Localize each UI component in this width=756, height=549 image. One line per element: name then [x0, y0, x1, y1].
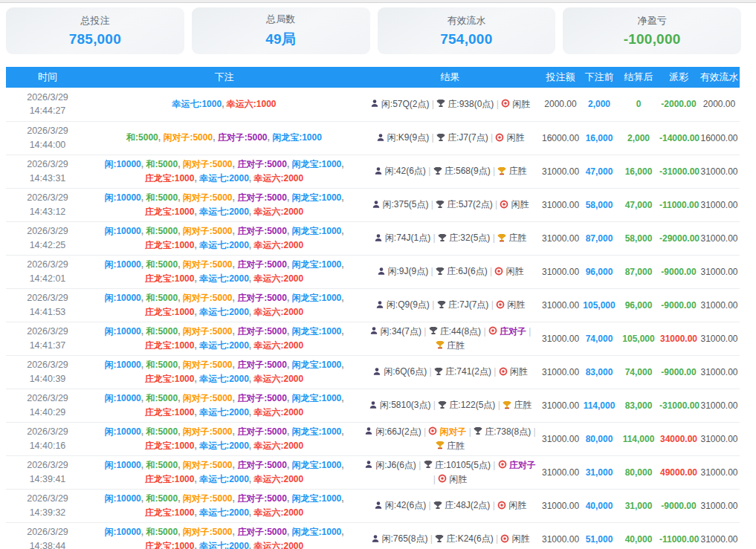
bet-item: 闲对子:5000 [183, 226, 233, 236]
result-separator: | [427, 366, 434, 377]
bet-item: 闲:10000 [104, 226, 140, 236]
result-text: 闲:J6(6点) [375, 460, 416, 470]
bet-separator: , [249, 507, 254, 518]
bet-item: 幸运六:2000 [254, 307, 304, 317]
bets-cell: 闲:10000, 和:5000, 闲对子:5000, 庄对子:5000, 闲龙宝… [89, 389, 359, 422]
payout-cell: -31000.00 [659, 389, 699, 422]
result-cell: 闲:57Q(2点) | 庄:938(0点) | 闲胜 [359, 88, 541, 121]
after-settle-cell: 105,000 [618, 322, 659, 355]
after-settle-cell: 80,000 [618, 455, 659, 489]
result-text: 庄:J7(7点) [448, 132, 488, 143]
player-icon [370, 99, 379, 108]
result-separator: | [428, 266, 436, 276]
bet-separator: , [341, 159, 343, 169]
bets-cell: 和:5000, 闲对子:5000, 庄对子:5000, 闲龙宝:1000 [89, 121, 359, 155]
time-cell: 2026/3/2914:40:39 [6, 355, 89, 389]
turnover-cell: 16000.00 [699, 121, 740, 155]
win-target-icon [494, 267, 503, 276]
result-cell: 闲:Q9(9点) | 庄:7J(7点) | 闲胜 [359, 288, 541, 322]
result-segment: 闲:9J(9点) [377, 266, 429, 276]
result-text: 闲胜 [510, 366, 528, 377]
result-cell: 闲:765(8点) | 庄:K24(6点) | 闲胜 [359, 522, 541, 549]
bet-separator: , [249, 240, 254, 250]
win-target-icon [488, 326, 497, 335]
win-target-icon [497, 501, 506, 510]
bet-item: 幸运七:2000 [199, 240, 249, 250]
bet-amount-cell: 31000.00 [541, 288, 580, 322]
result-text: 闲胜 [512, 99, 530, 109]
bet-separator: , [287, 259, 292, 270]
time-cell: 2026/3/2914:40:29 [6, 389, 89, 422]
result-text: 庄胜 [514, 400, 532, 410]
payout-cell: 49000.00 [659, 455, 699, 489]
time-cell: 2026/3/2914:39:41 [6, 455, 89, 489]
table-row: 2026/3/2914:40:29闲:10000, 和:5000, 闲对子:50… [6, 389, 740, 422]
result-separator: | [493, 199, 500, 209]
after-settle-cell: 0 [618, 88, 659, 121]
after-settle-cell: 16,000 [618, 155, 659, 188]
banker-icon [438, 400, 447, 409]
result-cell: 闲:42(6点) | 庄:48J(2点) | 闲胜 [359, 489, 541, 522]
bet-item: 闲:10000 [104, 360, 140, 370]
result-segment: 闲:5810(3点) [369, 400, 431, 410]
summary-card-value: 49局 [265, 30, 296, 49]
player-icon [364, 426, 373, 435]
bet-separator: , [287, 460, 292, 470]
result-text: 庄:K24(6点) [446, 533, 493, 544]
result-text: 庄:122(5点) [449, 400, 495, 410]
bet-item: 幸运六:1000 [227, 99, 277, 109]
time-cell: 2026/3/2914:41:37 [6, 322, 89, 355]
bet-item: 庄龙宝:1000 [145, 340, 195, 351]
turnover-cell: 31000.00 [699, 355, 740, 389]
result-segment: 闲胜 [495, 132, 524, 143]
after-settle-cell: 87,000 [618, 255, 659, 288]
before-bet-cell: 2,000 [580, 88, 618, 121]
bet-item: 闲对子:5000 [183, 493, 233, 504]
bet-item: 闲:10000 [104, 493, 140, 504]
bet-item: 闲龙宝:1000 [292, 326, 342, 337]
bet-separator: , [178, 426, 183, 437]
time-cell: 2026/3/2914:44:27 [6, 88, 89, 121]
bet-item: 闲龙宝:1000 [292, 192, 342, 203]
bet-item: 闲对子:5000 [183, 527, 233, 537]
bets-cell: 闲:10000, 和:5000, 闲对子:5000, 庄对子:5000, 闲龙宝… [89, 188, 359, 221]
bet-separator: , [178, 527, 183, 537]
player-icon [372, 367, 381, 376]
before-bet-cell: 74,000 [580, 322, 618, 355]
result-text: 庄:10105(5点) [435, 460, 491, 470]
summary-card-total-rounds: 总局数 49局 [192, 7, 370, 54]
player-icon [372, 200, 381, 209]
result-text: 闲胜 [507, 299, 525, 310]
result-cell: 闲:9J(9点) | 庄:6J(6点) | 闲胜 [359, 255, 541, 288]
result-cell: 闲:66J(2点) | 闲对子 | 庄:738(8点) | 庄胜 [359, 422, 541, 455]
payout-cell: -11000.00 [659, 522, 699, 549]
bet-item: 幸运七:2000 [199, 307, 249, 317]
bet-item: 幸运六:2000 [254, 240, 304, 250]
result-segment: 庄:938(0点) [436, 99, 494, 109]
result-segment: 庄胜 [436, 441, 465, 451]
after-settle-cell: 47,000 [618, 188, 659, 221]
bet-item: 和:5000 [146, 326, 178, 337]
win-target-icon [495, 133, 504, 142]
bets-cell: 闲:10000, 和:5000, 闲对子:5000, 庄对子:5000, 闲龙宝… [89, 489, 359, 522]
bet-item: 幸运六:2000 [254, 541, 304, 549]
header-bet-amount: 投注额 [541, 67, 580, 88]
bet-separator: , [178, 460, 183, 470]
result-separator: | [421, 426, 429, 437]
bet-item: 庄对子:5000 [237, 226, 287, 236]
bet-item: 和:5000 [146, 192, 178, 203]
bet-item: 庄龙宝:1000 [145, 173, 195, 183]
result-segment: 庄胜 [503, 400, 532, 410]
bet-separator: , [287, 493, 292, 504]
result-separator: | [491, 366, 499, 377]
result-segment: 庄胜 [497, 166, 526, 176]
bet-separator: , [178, 393, 183, 403]
banker-icon [433, 166, 442, 175]
result-text: 庄胜 [447, 340, 465, 351]
turnover-cell: 31000.00 [699, 522, 740, 549]
result-separator: | [494, 99, 501, 109]
win-target-icon [498, 460, 507, 469]
bet-item: 幸运六:2000 [254, 374, 304, 384]
turnover-cell: 31000.00 [699, 422, 740, 455]
result-segment: 闲胜 [500, 533, 529, 544]
